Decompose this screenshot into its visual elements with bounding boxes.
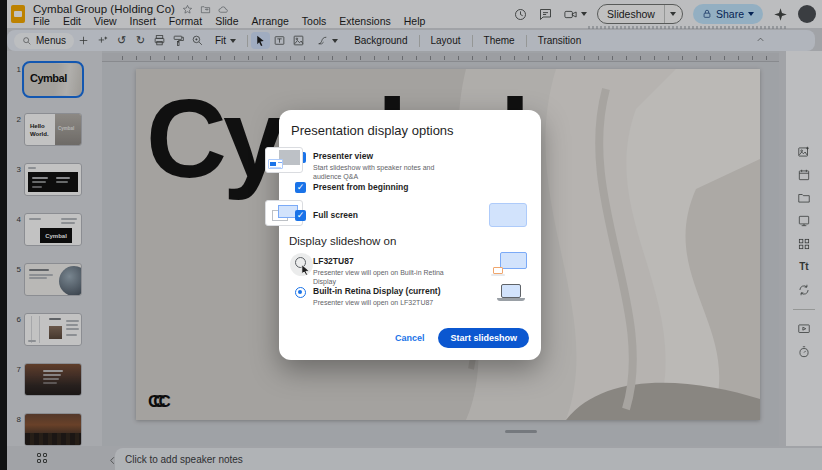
- illustration-monitor: [500, 252, 527, 269]
- option-label: Full screen: [313, 210, 463, 220]
- mouse-cursor-icon: [301, 264, 310, 275]
- illustration-laptop-base: [491, 274, 505, 276]
- illustration-laptop-front: [493, 267, 503, 274]
- full-screen-illustration: [489, 203, 527, 227]
- external-display-radio[interactable]: [295, 257, 306, 268]
- display-sub: Presenter view will open on LF32TU87: [313, 298, 463, 307]
- illustration-presenter-window: [268, 159, 283, 169]
- display-label: LF32TU87: [313, 256, 463, 266]
- illustration-mini-slide: [270, 162, 276, 166]
- illustration-laptop-base: [497, 298, 525, 301]
- present-from-beginning-checkbox[interactable]: ✓: [295, 182, 306, 193]
- display-sub: Presenter view will open on Built-in Ret…: [313, 268, 463, 286]
- presenter-view-illustration: [265, 147, 303, 173]
- display-option-external-row[interactable]: LF32TU87 Presenter view will open on Bui…: [295, 256, 525, 286]
- builtin-display-radio[interactable]: [295, 287, 306, 298]
- present-from-beginning-row[interactable]: ✓ Present from beginning: [295, 181, 525, 193]
- display-label: Built-in Retina Display (current): [313, 286, 463, 296]
- external-display-illustration: [493, 252, 527, 276]
- presentation-display-options-dialog: Presentation display options ✓ Presenter…: [279, 110, 541, 360]
- display-slideshow-section-title: Display slideshow on: [289, 235, 396, 247]
- start-slideshow-button[interactable]: Start slideshow: [438, 328, 529, 348]
- illustration-line: [270, 167, 281, 168]
- builtin-display-illustration: [497, 284, 525, 304]
- option-label: Presenter view: [313, 151, 463, 161]
- dialog-title: Presentation display options: [291, 123, 454, 138]
- illustration-line: [278, 162, 282, 163]
- option-sub: Start slideshow with speaker notes and a…: [313, 163, 463, 181]
- presenter-view-row[interactable]: ✓ Presenter view Start slideshow with sp…: [295, 151, 525, 181]
- cancel-button[interactable]: Cancel: [395, 333, 425, 343]
- full-screen-checkbox[interactable]: ✓: [295, 210, 306, 221]
- display-option-builtin-row[interactable]: Built-in Retina Display (current) Presen…: [295, 286, 525, 307]
- illustration-laptop-screen: [501, 284, 521, 298]
- option-label: Present from beginning: [313, 182, 463, 192]
